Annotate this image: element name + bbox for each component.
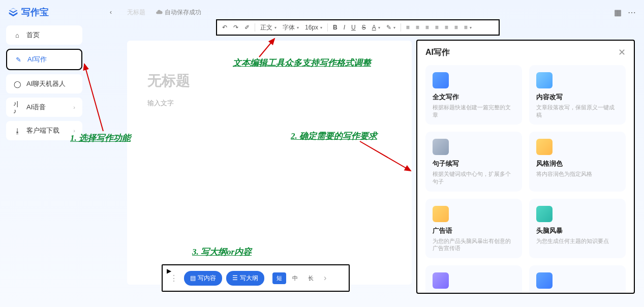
length-mid[interactable]: 中: [288, 272, 302, 284]
polish-icon: [536, 139, 553, 155]
grid-view-icon[interactable]: ▦: [614, 8, 622, 17]
logo-icon: [8, 7, 18, 17]
length-short[interactable]: 短: [272, 272, 286, 284]
sidebar-item-label: AI聊天机器人: [26, 79, 66, 88]
sidebar-item-label: 首页: [26, 30, 40, 40]
header-actions: ▦ ⋯: [614, 8, 636, 17]
chevron-right-icon: ›: [73, 104, 75, 110]
ai-card-extra-1[interactable]: [425, 265, 522, 294]
download-icon: ⭳: [13, 127, 21, 135]
list-bullet-button[interactable]: ≡: [452, 23, 460, 32]
doc-icon: [433, 72, 449, 88]
sidebar-item-ai-voice[interactable]: ♪|♪ AI语音 ›: [6, 98, 82, 117]
app-name: 写作宝: [21, 6, 49, 18]
app-logo: 写作宝: [8, 6, 49, 18]
cloud-icon: [156, 9, 163, 16]
mail-icon: [433, 272, 449, 289]
write-content-button[interactable]: ▤ 写内容: [184, 271, 222, 286]
sidebar-item-home[interactable]: ⌂ 首页: [6, 25, 82, 45]
back-button[interactable]: ‹: [105, 6, 117, 18]
length-long[interactable]: 长: [304, 272, 318, 284]
underline-button[interactable]: U: [349, 23, 358, 32]
text-color-button[interactable]: A: [370, 23, 382, 32]
doc-icon: ▤: [190, 274, 196, 282]
document-editor[interactable]: 无标题 输入文字: [127, 41, 412, 285]
write-outline-button[interactable]: ☰ 写大纲: [226, 271, 264, 286]
ai-card-full-write[interactable]: 全文写作 根据标题快速创建一篇完整的文章: [425, 65, 522, 125]
editor-toolbar: ↶ ↷ ✐ 正文 字体 16px B I U S A ✎ ≡ ≡ ≡ ≡ ≡ ≡…: [216, 19, 500, 36]
format-paint-button[interactable]: ✐: [242, 23, 252, 32]
redo-button[interactable]: ↷: [231, 23, 240, 32]
ai-card-continue[interactable]: 句子续写 根据关键词或中心句，扩展多个句子: [425, 132, 522, 191]
arrow-1: [80, 60, 111, 136]
chevron-right-icon: ›: [73, 128, 75, 134]
ai-panel-title: AI写作: [425, 47, 450, 58]
rewrite-icon: [536, 72, 553, 88]
sidebar-item-ai-chat[interactable]: ◯ AI聊天机器人: [6, 74, 82, 94]
sidebar-item-label: AI语音: [26, 103, 46, 112]
play-icon: ▶: [167, 267, 171, 274]
continue-icon: [433, 139, 449, 155]
pencil-icon: ✎: [14, 55, 22, 64]
sidebar: ⌂ 首页 ✎ AI写作 ◯ AI聊天机器人 ♪|♪ AI语音 › ⭳ 客户端下载…: [6, 25, 82, 144]
bottom-actionbar: ▶ ⋮ ▤ 写内容 ☰ 写大纲 短 中 长 ›: [162, 264, 350, 292]
undo-button[interactable]: ↶: [220, 23, 229, 32]
brainstorm-icon: [536, 206, 553, 222]
more-options-button[interactable]: ⋮: [168, 273, 180, 283]
autosave-status: 自动保存成功: [156, 8, 201, 17]
font-select[interactable]: 字体: [281, 22, 301, 33]
align-right-button[interactable]: ≡: [423, 23, 431, 32]
fontsize-select[interactable]: 16px: [303, 23, 324, 32]
more-icon[interactable]: ⋯: [628, 8, 636, 17]
home-icon: ⌂: [13, 31, 21, 39]
doc-tab-title: 无标题: [127, 8, 145, 17]
chat-icon: ◯: [13, 80, 21, 88]
paragraph-select[interactable]: 正文: [258, 22, 279, 33]
align-center-button[interactable]: ≡: [414, 23, 421, 32]
ai-card-rewrite[interactable]: 内容改写 文章段落改写，保留原义一键成稿: [529, 65, 626, 125]
bold-button[interactable]: B: [331, 23, 340, 32]
strike-button[interactable]: S: [360, 23, 368, 32]
audio-icon: ♪|♪: [13, 103, 21, 111]
length-segmented: 短 中 长: [272, 272, 318, 284]
ai-card-extra-2[interactable]: [529, 265, 626, 294]
ai-card-polish[interactable]: 风格润色 将内容润色为指定风格: [529, 132, 626, 191]
ai-card-brainstorm[interactable]: 头脑风暴 为您生成任何主题的知识要点: [529, 199, 626, 258]
list-ordered-button[interactable]: ≡: [443, 23, 450, 32]
ai-write-panel: AI写作 ✕ 全文写作 根据标题快速创建一篇完整的文章 内容改写 文章段落改写，…: [416, 40, 635, 294]
svg-line-0: [84, 64, 103, 131]
ad-icon: [433, 206, 449, 222]
doc-title-input[interactable]: 无标题: [147, 71, 391, 90]
header-center: ‹ 无标题 自动保存成功: [105, 6, 201, 18]
align-left-button[interactable]: ≡: [404, 23, 412, 32]
align-justify-button[interactable]: ≡: [433, 23, 441, 32]
chevron-right-icon[interactable]: ›: [322, 273, 328, 283]
list-icon: ☰: [232, 274, 238, 282]
highlight-button[interactable]: ✎: [384, 23, 397, 32]
close-icon[interactable]: ✕: [618, 47, 626, 58]
flag-icon: [536, 272, 553, 289]
sidebar-item-ai-write[interactable]: ✎ AI写作: [6, 49, 82, 70]
sidebar-item-label: AI写作: [27, 55, 47, 64]
doc-body-input[interactable]: 输入文字: [147, 99, 391, 108]
sidebar-item-download[interactable]: ⭳ 客户端下载 ›: [6, 121, 82, 140]
indent-button[interactable]: ≡: [462, 23, 474, 32]
italic-button[interactable]: I: [342, 23, 347, 32]
sidebar-item-label: 客户端下载: [26, 126, 59, 135]
ai-card-slogan[interactable]: 广告语 为您的产品头脑风暴出有创意的广告宣传语: [425, 199, 522, 258]
